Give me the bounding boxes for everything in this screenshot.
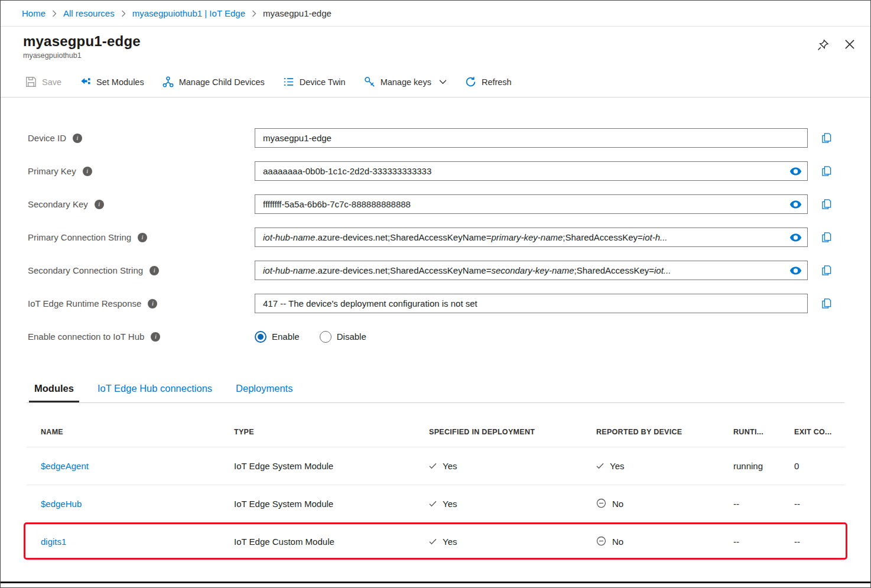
runtime-response-value: 417 -- The device's deployment configura… bbox=[263, 298, 477, 308]
module-type: IoT Edge Custom Module bbox=[234, 537, 429, 547]
check-icon bbox=[429, 461, 437, 471]
specified-value: Yes bbox=[443, 537, 457, 547]
enable-radio-label: Enable bbox=[272, 332, 300, 342]
manage-keys-button[interactable]: Manage keys bbox=[364, 76, 447, 87]
secondary-key-input[interactable]: ffffffff-5a5a-6b6b-7c7c-888888888888 bbox=[255, 194, 808, 214]
column-header-name[interactable]: NAME bbox=[27, 403, 234, 447]
eye-icon[interactable] bbox=[789, 167, 802, 176]
radio-selected-icon bbox=[255, 331, 266, 343]
secondary-key-label: Secondary Key bbox=[28, 199, 88, 209]
breadcrumb-iot-hub[interactable]: myasegpuiothub1 | IoT Edge bbox=[132, 8, 245, 18]
module-type: IoT Edge System Module bbox=[234, 499, 429, 509]
pin-icon[interactable] bbox=[817, 39, 829, 60]
enable-connection-label: Enable connection to IoT Hub bbox=[28, 332, 144, 342]
info-icon[interactable]: i bbox=[83, 167, 92, 176]
module-link-digits1[interactable]: digits1 bbox=[41, 537, 66, 547]
reported-value: No bbox=[612, 537, 623, 547]
copy-icon[interactable] bbox=[821, 199, 831, 210]
secondary-connection-string-value: iot-hub-name.azure-devices.net;SharedAcc… bbox=[263, 265, 671, 275]
breadcrumb-home[interactable]: Home bbox=[22, 8, 46, 18]
refresh-label: Refresh bbox=[482, 77, 512, 87]
hierarchy-icon bbox=[162, 76, 174, 87]
tab-modules-label: Modules bbox=[34, 383, 74, 394]
table-row-edgehub[interactable]: $edgeHub IoT Edge System Module Yes No -… bbox=[27, 485, 844, 523]
chevron-right-icon bbox=[52, 10, 57, 17]
column-header-reported[interactable]: REPORTED BY DEVICE bbox=[596, 403, 733, 447]
set-modules-label: Set Modules bbox=[96, 77, 144, 87]
device-properties-form: Device ID i myasegpu1-edge Primary Key i… bbox=[1, 98, 870, 346]
breadcrumb-current: myasegpu1-edge bbox=[263, 8, 332, 18]
eye-icon[interactable] bbox=[789, 266, 802, 275]
column-header-runtime[interactable]: RUNTI... bbox=[733, 403, 794, 447]
refresh-button[interactable]: Refresh bbox=[465, 76, 512, 87]
column-header-specified[interactable]: SPECIFIED IN DEPLOYMENT bbox=[429, 403, 596, 447]
column-header-type[interactable]: TYPE bbox=[234, 403, 429, 447]
exit-code: -- bbox=[794, 537, 844, 547]
check-icon bbox=[596, 461, 604, 471]
chevron-down-icon bbox=[439, 79, 447, 85]
secondary-connection-string-input[interactable]: iot-hub-name.azure-devices.net;SharedAcc… bbox=[255, 261, 808, 280]
runtime-response-input[interactable]: 417 -- The device's deployment configura… bbox=[255, 294, 808, 313]
device-id-input[interactable]: myasegpu1-edge bbox=[255, 128, 808, 148]
info-icon[interactable]: i bbox=[151, 332, 160, 342]
column-header-exit-code[interactable]: EXIT CO... bbox=[794, 403, 844, 447]
runtime-status: -- bbox=[733, 537, 794, 547]
table-row-edgeagent[interactable]: $edgeAgent IoT Edge System Module Yes Ye… bbox=[27, 447, 844, 485]
circle-minus-icon bbox=[596, 536, 606, 548]
module-type: IoT Edge System Module bbox=[234, 461, 429, 471]
save-label: Save bbox=[42, 77, 61, 87]
close-icon[interactable] bbox=[844, 39, 855, 60]
copy-icon[interactable] bbox=[821, 232, 831, 243]
module-link-edgehub[interactable]: $edgeHub bbox=[41, 499, 82, 509]
info-icon[interactable]: i bbox=[138, 233, 147, 242]
enable-radio[interactable]: Enable bbox=[255, 331, 300, 343]
specified-value: Yes bbox=[443, 461, 457, 471]
module-link-edgeagent[interactable]: $edgeAgent bbox=[41, 461, 89, 471]
device-twin-button[interactable]: Device Twin bbox=[283, 76, 346, 87]
info-icon[interactable]: i bbox=[73, 134, 82, 143]
tab-iot-edge-hub-connections[interactable]: IoT Edge Hub connections bbox=[92, 383, 217, 402]
info-icon[interactable]: i bbox=[148, 299, 157, 308]
tab-iot-edge-hub-connections-label: IoT Edge Hub connections bbox=[98, 383, 212, 394]
save-button[interactable]: Save bbox=[25, 76, 61, 87]
set-modules-button[interactable]: Set Modules bbox=[80, 76, 144, 87]
manage-child-devices-button[interactable]: Manage Child Devices bbox=[162, 76, 265, 87]
primary-key-input[interactable]: aaaaaaaa-0b0b-1c1c-2d2d-333333333333 bbox=[255, 161, 808, 181]
specified-value: Yes bbox=[443, 499, 457, 509]
form-row-secondary-connection-string: Secondary Connection String i iot-hub-na… bbox=[28, 261, 870, 280]
info-icon[interactable]: i bbox=[95, 200, 104, 209]
disable-radio-label: Disable bbox=[337, 332, 366, 342]
eye-icon[interactable] bbox=[789, 200, 802, 209]
refresh-icon bbox=[465, 76, 476, 87]
runtime-status: -- bbox=[733, 499, 794, 509]
eye-icon[interactable] bbox=[789, 233, 802, 242]
secondary-key-value: ffffffff-5a5a-6b6b-7c7c-888888888888 bbox=[263, 199, 411, 209]
device-twin-label: Device Twin bbox=[300, 77, 346, 87]
copy-icon[interactable] bbox=[821, 165, 831, 177]
reported-value: No bbox=[612, 499, 623, 509]
key-icon bbox=[364, 76, 375, 87]
chevron-right-icon bbox=[121, 10, 126, 17]
primary-connection-string-input[interactable]: iot-hub-name.azure-devices.net;SharedAcc… bbox=[255, 228, 808, 247]
device-id-value: myasegpu1-edge bbox=[263, 133, 332, 143]
radio-unselected-icon bbox=[320, 331, 332, 343]
device-twin-icon bbox=[283, 76, 294, 87]
breadcrumb-all-resources[interactable]: All resources bbox=[63, 8, 115, 18]
tab-modules[interactable]: Modules bbox=[29, 383, 79, 402]
manage-child-devices-label: Manage Child Devices bbox=[179, 77, 265, 87]
runtime-status: running bbox=[733, 461, 794, 471]
form-row-primary-connection-string: Primary Connection String i iot-hub-name… bbox=[28, 228, 870, 247]
chevron-right-icon bbox=[252, 10, 256, 17]
reported-value: Yes bbox=[610, 461, 624, 471]
circle-minus-icon bbox=[596, 498, 606, 510]
disable-radio[interactable]: Disable bbox=[320, 331, 366, 343]
copy-icon[interactable] bbox=[821, 298, 831, 309]
page-header: myasegpu1-edge myasegpuiothub1 bbox=[1, 27, 870, 60]
copy-icon[interactable] bbox=[821, 265, 831, 276]
info-icon[interactable]: i bbox=[150, 266, 159, 275]
copy-icon[interactable] bbox=[821, 132, 831, 144]
check-icon bbox=[429, 537, 437, 547]
tab-deployments[interactable]: Deployments bbox=[230, 383, 298, 402]
table-row-digits1[interactable]: digits1 IoT Edge Custom Module Yes No --… bbox=[27, 523, 844, 561]
page-title: myasegpu1-edge bbox=[23, 33, 141, 50]
